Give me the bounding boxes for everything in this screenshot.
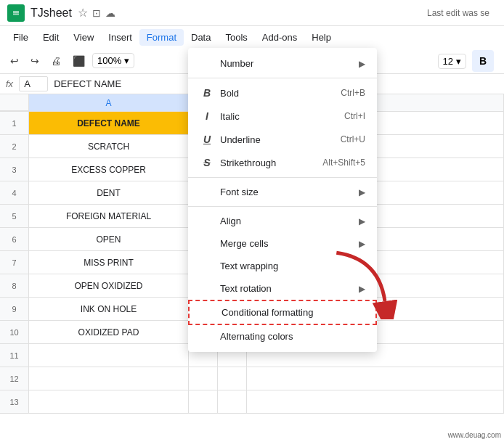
app-icon <box>7 4 25 22</box>
menu-insert[interactable]: Insert <box>101 29 139 46</box>
align-label: Align <box>220 216 241 226</box>
menu-item-strikethrough[interactable]: SStrikethroughAlt+Shift+5 <box>188 151 377 174</box>
menu-addons[interactable]: Add-ons <box>255 29 304 46</box>
menu-view[interactable]: View <box>66 29 101 46</box>
conditional_formatting-label: Conditional formatting <box>221 307 313 318</box>
italic-icon: I <box>200 110 214 122</box>
text_rotation-label: Text rotation <box>220 283 272 294</box>
underline-shortcut: Ctrl+U <box>341 134 365 144</box>
print-button[interactable]: 🖨 <box>46 52 65 70</box>
row-number: 13 <box>0 390 29 413</box>
cell-a7[interactable]: MISS PRINT <box>29 251 189 274</box>
history-icon[interactable]: ⊡ <box>92 7 101 19</box>
cell-a3[interactable]: EXCESS COPPER <box>29 158 189 181</box>
row-number: 7 <box>0 251 29 274</box>
strikethrough-label: Strikethrough <box>220 157 276 168</box>
format-dropdown: Number▶BBoldCtrl+BIItalicCtrl+IUUnderlin… <box>188 48 377 352</box>
menu-help[interactable]: Help <box>304 29 338 46</box>
merge_cells-arrow-icon: ▶ <box>359 239 365 249</box>
row-number: 11 <box>0 344 29 367</box>
undo-button[interactable]: ↩ <box>6 52 23 70</box>
table-row[interactable]: 12 <box>0 367 504 390</box>
row-number: 12 <box>0 367 29 390</box>
strikethrough-icon: S <box>200 157 214 168</box>
cell-a9[interactable]: INK ON HOLE <box>29 298 189 320</box>
cloud-icon[interactable]: ☁ <box>105 7 115 19</box>
cell-a12[interactable] <box>29 367 189 390</box>
menu-format[interactable]: Format <box>139 29 184 46</box>
title-icons: ☆ ⊡ ☁ <box>78 6 115 20</box>
cell-d13[interactable] <box>247 390 504 413</box>
cell-b12[interactable] <box>189 367 218 390</box>
font-size-selector[interactable]: 12 ▾ <box>438 54 466 69</box>
bold-shortcut: Ctrl+B <box>341 88 365 98</box>
doc-title: TJsheet <box>31 7 72 20</box>
menu-item-conditional_formatting[interactable]: Conditional formatting <box>188 300 377 325</box>
menu-edit[interactable]: Edit <box>36 29 66 46</box>
menu-divider <box>188 206 377 207</box>
right-panel: 12 ▾ B <box>438 48 494 74</box>
alternating_colors-label: Alternating colors <box>220 331 293 342</box>
cell-c12[interactable] <box>218 367 247 390</box>
cell-a2[interactable]: SCRATCH <box>29 135 189 157</box>
star-icon[interactable]: ☆ <box>78 6 88 20</box>
menu-file[interactable]: File <box>6 29 36 46</box>
col-header-a[interactable]: A <box>29 94 189 111</box>
row-number: 10 <box>0 321 29 343</box>
menu-divider <box>188 78 377 78</box>
row-number: 1 <box>0 112 29 134</box>
font-size-arrow: ▾ <box>456 56 461 67</box>
watermark: www.deuag.com <box>448 431 501 439</box>
font_size-arrow-icon: ▶ <box>359 187 365 197</box>
menu-item-align[interactable]: Align▶ <box>188 210 377 232</box>
fx-label: fx <box>6 78 13 89</box>
svg-rect-2 <box>13 12 19 13</box>
merge_cells-label: Merge cells <box>220 238 268 249</box>
bold-button[interactable]: B <box>472 50 494 72</box>
cell-c13[interactable] <box>218 390 247 413</box>
cell-a11[interactable] <box>29 344 189 367</box>
row-number: 9 <box>0 298 29 320</box>
cell-a1[interactable]: DEFECT NAME <box>29 112 189 134</box>
italic-shortcut: Ctrl+I <box>344 111 365 121</box>
cell-d12[interactable] <box>247 367 504 390</box>
cell-b13[interactable] <box>189 390 218 413</box>
menu-item-italic[interactable]: IItalicCtrl+I <box>188 105 377 128</box>
strikethrough-shortcut: Alt+Shift+5 <box>322 157 365 168</box>
menu-item-font_size[interactable]: Font size▶ <box>188 181 377 203</box>
menu-item-text_rotation[interactable]: Text rotation▶ <box>188 277 377 300</box>
number-label: Number <box>220 58 253 69</box>
menu-tools[interactable]: Tools <box>218 29 254 46</box>
menu-data[interactable]: Data <box>184 29 218 46</box>
menu-item-text_wrapping[interactable]: Text wrapping <box>188 255 377 277</box>
font-size-value: 12 <box>443 56 453 67</box>
align-arrow-icon: ▶ <box>359 216 365 226</box>
bold-icon: B <box>200 87 214 99</box>
cell-a13[interactable] <box>29 390 189 413</box>
cell-a8[interactable]: OPEN OXIDIZED <box>29 274 189 297</box>
menu-item-underline[interactable]: UUnderlineCtrl+U <box>188 128 377 151</box>
font_size-label: Font size <box>220 187 259 197</box>
number-arrow-icon: ▶ <box>359 59 365 69</box>
row-number: 8 <box>0 274 29 297</box>
menu-item-merge_cells[interactable]: Merge cells▶ <box>188 232 377 255</box>
cell-a5[interactable]: FOREIGN MATERIAL <box>29 205 189 227</box>
menu-item-alternating_colors[interactable]: Alternating colors <box>188 325 377 348</box>
menu-item-number[interactable]: Number▶ <box>188 52 377 75</box>
row-num-header <box>0 94 29 111</box>
row-number: 4 <box>0 181 29 204</box>
row-number: 6 <box>0 228 29 250</box>
redo-button[interactable]: ↪ <box>26 52 44 70</box>
italic-label: Italic <box>220 111 240 122</box>
row-number: 5 <box>0 205 29 227</box>
menu-item-bold[interactable]: BBoldCtrl+B <box>188 81 377 105</box>
underline-label: Underline <box>220 134 261 145</box>
cell-reference[interactable]: A <box>19 76 48 91</box>
cell-a6[interactable]: OPEN <box>29 228 189 250</box>
zoom-selector[interactable]: 100% ▾ <box>92 53 134 68</box>
menu-bar: File Edit View Insert Format Data Tools … <box>0 26 504 48</box>
table-row[interactable]: 13 <box>0 390 504 414</box>
format-paint-button[interactable]: ⬛ <box>68 52 89 70</box>
cell-a10[interactable]: OXIDIZED PAD <box>29 321 189 343</box>
cell-a4[interactable]: DENT <box>29 181 189 204</box>
